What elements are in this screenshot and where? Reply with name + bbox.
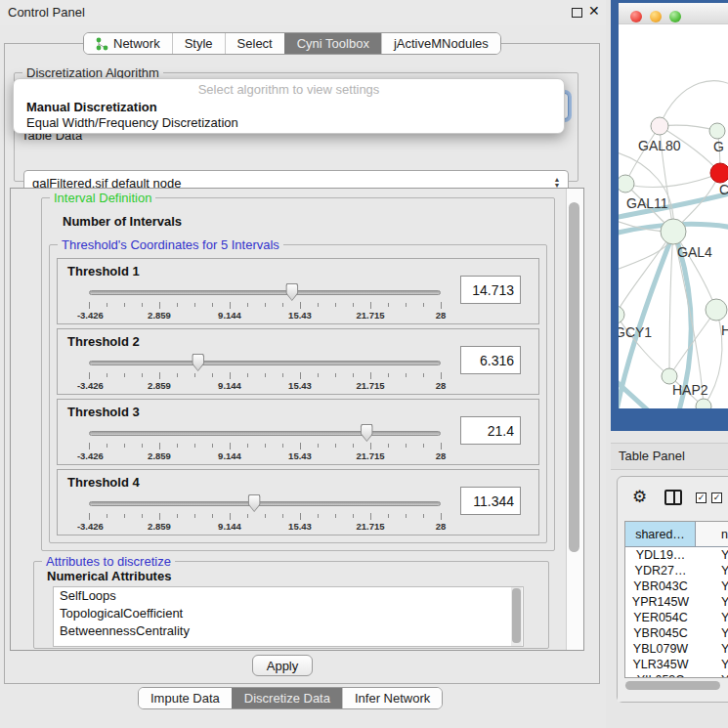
network-canvas[interactable]: GAL80GCGAL11GAL4GCY1HHAP2 <box>619 24 728 408</box>
tick-mark <box>423 514 424 518</box>
list-item[interactable]: SelfLoops <box>54 587 523 605</box>
node-label: GAL11 <box>626 195 668 211</box>
threshold-value-field[interactable]: 6.316 <box>460 346 521 374</box>
threshold-value-field[interactable]: 21.4 <box>460 416 521 445</box>
tab-network[interactable]: Network <box>84 33 172 54</box>
table-row[interactable]: YIL053CYIL0 <box>625 672 728 678</box>
tick-mark <box>282 303 283 307</box>
tick-mark <box>194 444 195 448</box>
table-row[interactable]: YER054CYER0 <box>625 610 728 625</box>
control-panel-tabs: NetworkStyleSelectCyni ToolboxjActiveMNo… <box>83 32 501 55</box>
slider-track[interactable] <box>89 361 441 365</box>
slider-thumb[interactable] <box>285 283 298 301</box>
dropdown-item[interactable]: Equal Width/Frequency Discretization <box>14 114 564 130</box>
tick-mark <box>282 444 283 448</box>
zoom-traffic-light-icon[interactable] <box>669 11 681 22</box>
table-cell: YBR043C <box>625 578 696 594</box>
checkbox-icon[interactable]: ✓ <box>711 492 722 503</box>
checkbox-icon[interactable]: ✓ <box>696 492 707 503</box>
network-node-gal11[interactable] <box>619 175 634 193</box>
table-row[interactable]: YDR27…YDR2 <box>625 563 728 578</box>
table-row[interactable]: YPR145WYPR1 <box>625 594 728 610</box>
tick-label: 28 <box>436 521 447 532</box>
tab-discretize-data[interactable]: Discretize Data <box>232 688 342 708</box>
tick-mark <box>247 373 248 377</box>
tick-mark <box>353 444 354 448</box>
tick-mark <box>370 372 371 379</box>
list-item[interactable]: TopologicalCoefficient <box>54 605 523 622</box>
horizontal-scrollbar-thumb[interactable] <box>625 681 720 690</box>
threshold-slider-4[interactable] <box>89 493 441 513</box>
close-icon[interactable]: ✕ <box>588 3 600 19</box>
network-node-gal4[interactable] <box>661 219 686 244</box>
tick-mark <box>89 372 90 379</box>
tick-mark <box>300 513 301 520</box>
numerical-attributes-list[interactable]: SelfLoopsTopologicalCoefficientBetweenne… <box>53 586 524 647</box>
horizontal-scrollbar[interactable] <box>625 681 727 690</box>
network-edge[interactable] <box>625 173 720 188</box>
threshold-value-field[interactable]: 11.344 <box>460 487 521 515</box>
minimize-traffic-light-icon[interactable] <box>650 11 662 22</box>
node-attribute-table[interactable]: shared…na YDL19…YDL1YDR27…YDR2YBR043CYBR… <box>624 521 728 678</box>
attributes-scrollbar-thumb[interactable] <box>512 588 521 643</box>
table-cell: YIL053C <box>625 672 696 678</box>
tick-label: 2.859 <box>148 521 171 532</box>
network-edge[interactable] <box>669 232 673 376</box>
slider-ticks <box>89 513 441 521</box>
float-window-icon[interactable] <box>572 8 582 18</box>
tick-mark <box>124 373 125 377</box>
tick-mark <box>159 443 160 450</box>
close-traffic-light-icon[interactable] <box>630 11 642 22</box>
tick-mark <box>406 303 407 307</box>
apply-button[interactable]: Apply <box>252 655 313 676</box>
network-node-gcy1[interactable] <box>619 306 624 323</box>
table-row[interactable]: YBL079WYBL0 <box>625 641 728 657</box>
node-label: H <box>721 322 728 338</box>
network-edge[interactable] <box>660 81 728 126</box>
table-cell: YBR0 <box>696 625 728 641</box>
tab-infer-network[interactable]: Infer Network <box>342 688 442 708</box>
network-node-h[interactable] <box>706 299 727 321</box>
tab-impute-data[interactable]: Impute Data <box>139 688 232 708</box>
tab-cyni-toolbox[interactable]: Cyni Toolbox <box>284 33 381 54</box>
gear-icon[interactable]: ⚙ <box>632 487 647 507</box>
threshold-slider-2[interactable] <box>89 353 441 372</box>
table-row[interactable]: YLR345WYLR3 <box>625 657 728 672</box>
slider-track[interactable] <box>89 501 441 506</box>
table-row[interactable]: YBR045CYBR0 <box>625 625 728 641</box>
slider-thumb[interactable] <box>192 354 204 371</box>
node-label: C <box>719 182 728 197</box>
tab-jactivemnodules[interactable]: jActiveMNodules <box>381 33 500 54</box>
slider-thumb[interactable] <box>361 424 373 442</box>
network-node-c[interactable] <box>710 163 728 183</box>
tick-label: 21.715 <box>356 521 384 532</box>
network-node[interactable] <box>696 399 711 408</box>
tab-select[interactable]: Select <box>225 33 284 54</box>
column-header-2[interactable]: na <box>696 522 728 547</box>
tab-style[interactable]: Style <box>172 33 225 54</box>
table-row[interactable]: YDL19…YDL1 <box>625 547 728 563</box>
tick-mark <box>441 443 442 450</box>
tick-mark <box>230 513 231 520</box>
slider-track[interactable] <box>89 431 441 436</box>
split-columns-icon[interactable] <box>664 490 682 505</box>
tick-label: 15.43 <box>288 521 312 532</box>
tick-label: -3.426 <box>77 450 104 461</box>
table-cell: YDR2 <box>696 563 728 578</box>
threshold-slider-1[interactable] <box>89 282 441 302</box>
tick-mark <box>177 303 178 307</box>
network-node-gal80[interactable] <box>651 117 668 135</box>
network-node-g[interactable] <box>709 123 725 139</box>
tick-label: 15.43 <box>288 380 312 391</box>
dropdown-item[interactable]: Manual Discretization <box>14 99 564 114</box>
slider-thumb[interactable] <box>248 494 261 512</box>
slider-track[interactable] <box>89 290 441 295</box>
column-header-1[interactable]: shared… <box>625 522 696 547</box>
vertical-scrollbar-thumb[interactable] <box>569 202 579 552</box>
threshold-value-field[interactable]: 14.713 <box>460 276 521 304</box>
table-row[interactable]: YBR043CYBR0 <box>625 578 728 594</box>
tick-mark <box>247 303 248 307</box>
threshold-slider-3[interactable] <box>89 423 441 443</box>
list-item[interactable]: BetweennessCentrality <box>54 622 523 640</box>
tick-mark <box>353 373 354 377</box>
